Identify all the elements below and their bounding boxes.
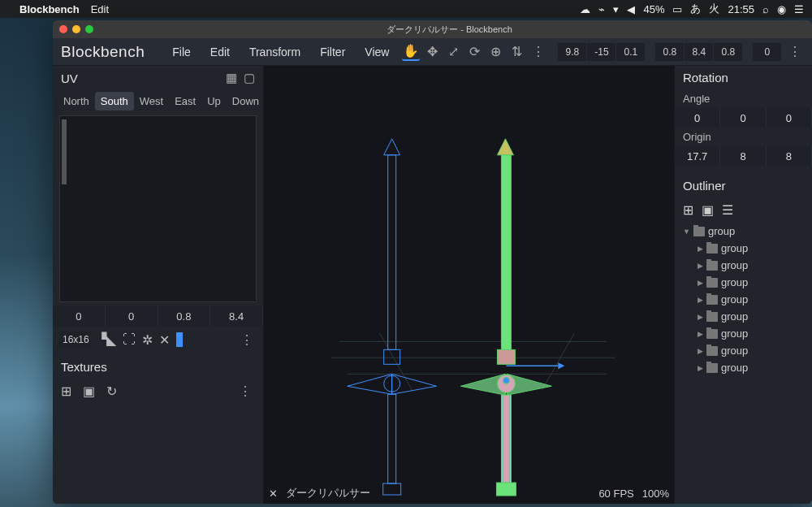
import-texture-icon[interactable]: ▣ <box>83 384 95 399</box>
size-y-input[interactable]: 8.4 <box>685 43 714 61</box>
tree-child-group[interactable]: ▶group <box>675 274 812 291</box>
spotlight-icon[interactable]: ⌕ <box>762 3 769 15</box>
siri-icon[interactable]: ◉ <box>777 3 786 15</box>
inflate-input[interactable]: 0 <box>753 43 782 61</box>
tree-child-group[interactable]: ▶group <box>675 325 812 342</box>
battery-icon[interactable]: ▭ <box>672 3 682 15</box>
uv-tab-south[interactable]: South <box>95 92 134 110</box>
app-menubar: Blockbench File Edit Transform Filter Vi… <box>53 38 812 66</box>
close-file-icon[interactable]: ✕ <box>269 488 278 500</box>
uv-tab-north[interactable]: North <box>58 92 95 110</box>
tree-child-group[interactable]: ▶group <box>675 359 812 376</box>
expand-icon[interactable]: ▶ <box>698 262 703 270</box>
uv-coord-inputs: 0 0 0.8 8.4 <box>53 306 263 327</box>
uv-tab-east[interactable]: East <box>169 92 201 110</box>
bluetooth-icon[interactable]: ⌁ <box>598 3 605 15</box>
menubar-edit[interactable]: Edit <box>91 3 109 15</box>
maximize-window-icon[interactable] <box>85 25 93 33</box>
menubar-app-name[interactable]: Blockbench <box>19 3 80 15</box>
expand-icon[interactable]: ▶ <box>698 296 703 304</box>
pan-tool-icon[interactable]: ✋ <box>402 43 420 61</box>
angle-y-input[interactable]: 0 <box>720 108 766 128</box>
toolbar-more2-icon[interactable]: ⋮ <box>785 44 805 59</box>
menu-file[interactable]: File <box>166 42 197 62</box>
clock[interactable]: 21:55 <box>728 3 754 15</box>
rotate-tool-icon[interactable]: ⟳ <box>465 43 483 61</box>
pivot-tool-icon[interactable]: ⊕ <box>486 43 504 61</box>
minimize-window-icon[interactable] <box>72 25 80 33</box>
pos-y-input[interactable]: -15 <box>587 43 616 61</box>
uv-tab-west[interactable]: West <box>134 92 169 110</box>
pos-z-input[interactable]: 0.1 <box>616 43 646 61</box>
uv-size-input[interactable]: 16x16 <box>59 332 90 348</box>
add-cube-icon[interactable]: ⊞ <box>683 202 693 218</box>
pos-x-input[interactable]: 9.8 <box>558 43 587 61</box>
uv-canvas[interactable] <box>59 115 257 302</box>
tree-child-group[interactable]: ▶group <box>675 308 812 325</box>
resize-tool-icon[interactable]: ⤢ <box>444 43 462 61</box>
clear-uv-icon[interactable]: ✕ <box>159 332 170 348</box>
tree-item-label: group <box>721 293 748 306</box>
expand-icon[interactable]: ▶ <box>698 245 703 253</box>
uv-tab-up[interactable]: Up <box>201 92 227 110</box>
tree-root-group[interactable]: ▼ group <box>675 223 812 240</box>
tree-child-group[interactable]: ▶group <box>675 257 812 274</box>
origin-y-input[interactable]: 8 <box>720 146 766 166</box>
expand-icon[interactable]: ▶ <box>698 279 703 287</box>
left-panel: UV ▦ ▢ North South West East Up Down 0 0… <box>53 66 264 504</box>
size-x-input[interactable]: 0.8 <box>655 43 685 61</box>
window-titlebar[interactable]: ダークリパルサー - Blockbench <box>53 20 812 38</box>
uv-h-input[interactable]: 8.4 <box>210 306 263 327</box>
angle-x-input[interactable]: 0 <box>675 108 720 128</box>
menu-edit[interactable]: Edit <box>204 42 236 62</box>
menu-view[interactable]: View <box>358 42 395 62</box>
reload-textures-icon[interactable]: ↻ <box>106 384 117 399</box>
expand-icon[interactable]: ▶ <box>698 347 703 355</box>
expand-icon[interactable]: ▶ <box>698 330 703 338</box>
ime-indicator[interactable]: あ <box>690 2 701 16</box>
toolbar-more-icon[interactable]: ⋮ <box>529 44 548 59</box>
uv-more-icon[interactable]: ⋮ <box>237 332 257 348</box>
auto-uv-icon[interactable]: ✲ <box>142 332 153 348</box>
volume-icon[interactable]: ◀ <box>627 3 635 15</box>
expand-icon[interactable]: ▶ <box>698 313 703 321</box>
move-tool-icon[interactable]: ✥ <box>423 43 441 61</box>
tree-item-label: group <box>721 242 748 254</box>
cloud-icon[interactable]: ☁ <box>580 3 590 15</box>
add-texture-icon[interactable]: ⊞ <box>61 384 71 399</box>
maximize-uv-icon[interactable]: ⛶ <box>123 332 136 347</box>
menu-transform[interactable]: Transform <box>243 42 307 62</box>
uv-title: UV <box>61 72 78 85</box>
size-z-input[interactable]: 0.8 <box>714 43 743 61</box>
uv-marker[interactable] <box>176 332 183 347</box>
svg-rect-15 <box>497 349 515 364</box>
angle-z-input[interactable]: 0 <box>767 108 812 128</box>
uv-w-input[interactable]: 0.8 <box>158 306 211 327</box>
uv-grid-view-icon[interactable]: ▦ <box>226 71 237 85</box>
uv-tab-down[interactable]: Down <box>227 92 265 110</box>
origin-x-input[interactable]: 17.7 <box>675 146 720 166</box>
close-window-icon[interactable] <box>59 25 67 33</box>
tree-child-group[interactable]: ▶group <box>675 291 812 308</box>
tree-item-label: group <box>721 327 748 340</box>
folder-icon <box>706 329 718 339</box>
uv-x-input[interactable]: 0 <box>53 306 106 327</box>
wifi-icon[interactable]: ▾ <box>613 3 619 15</box>
add-group-icon[interactable]: ▣ <box>702 202 714 218</box>
paint-bucket-icon[interactable]: ▝◣ <box>97 332 116 348</box>
notification-center-icon[interactable]: ☰ <box>794 3 804 15</box>
tree-child-group[interactable]: ▶group <box>675 240 812 257</box>
uv-single-view-icon[interactable]: ▢ <box>244 71 255 85</box>
textures-more-icon[interactable]: ⋮ <box>235 384 255 399</box>
origin-z-input[interactable]: 8 <box>767 146 812 166</box>
tree-child-group[interactable]: ▶group <box>675 342 812 359</box>
mac-menubar: Blockbench Edit ☁ ⌁ ▾ ◀ 45% ▭ あ 火 21:55 … <box>0 0 812 18</box>
3d-viewport[interactable]: ✕ ダークリパルサー 60 FPS 100% <box>264 66 674 504</box>
vertex-snap-tool-icon[interactable]: ⇅ <box>508 43 525 61</box>
uv-y-input[interactable]: 0 <box>106 306 158 327</box>
expand-icon[interactable]: ▶ <box>698 364 703 372</box>
collapse-icon[interactable]: ▼ <box>683 228 690 236</box>
menu-filter[interactable]: Filter <box>313 42 352 62</box>
toggle-options-icon[interactable]: ☰ <box>722 202 733 218</box>
tree-item-label: group <box>721 362 748 374</box>
